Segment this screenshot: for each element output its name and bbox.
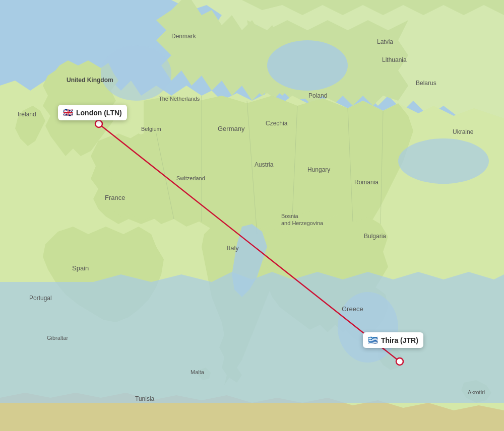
map-container: United Kingdom Ireland Denmark The Nethe…: [0, 0, 504, 431]
uk-flag-icon: 🇬🇧: [63, 108, 73, 117]
london-label: 🇬🇧 London (LTN): [58, 105, 127, 120]
thira-label: 🇬🇷 Thira (JTR): [363, 332, 423, 348]
london-label-text: London (LTN): [76, 109, 122, 117]
thira-label-text: Thira (JTR): [381, 336, 418, 344]
svg-point-7: [267, 40, 348, 91]
svg-point-9: [398, 138, 489, 184]
destination-dot: [396, 358, 403, 365]
map-svg: [0, 0, 504, 431]
svg-point-8: [101, 45, 171, 101]
svg-point-10: [338, 292, 398, 363]
greece-flag-icon: 🇬🇷: [368, 335, 378, 345]
origin-dot: [95, 120, 102, 127]
